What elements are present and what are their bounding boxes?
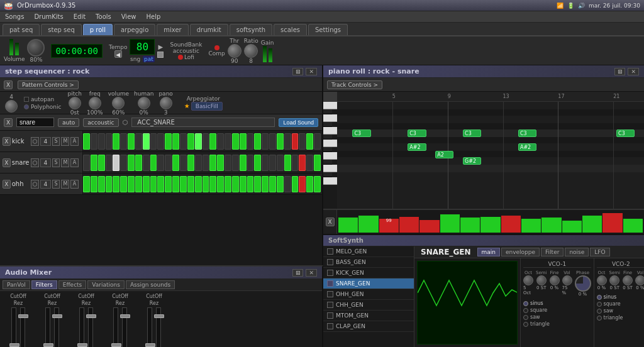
step[interactable] (106, 155, 113, 171)
autopan-check[interactable] (24, 97, 29, 102)
step[interactable] (314, 133, 321, 150)
step[interactable] (180, 133, 187, 150)
step[interactable] (269, 133, 276, 150)
instr-x-btn[interactable]: X (4, 118, 13, 127)
step[interactable] (262, 176, 269, 192)
ch1-cutoff-fader[interactable] (11, 307, 16, 347)
step[interactable] (128, 176, 135, 192)
step[interactable] (120, 133, 127, 150)
key-cs3[interactable] (323, 122, 332, 127)
step[interactable] (187, 133, 194, 150)
key-as2[interactable] (323, 147, 332, 152)
synth-item-ohh[interactable]: OHH_GEN (323, 289, 414, 300)
step[interactable] (203, 176, 209, 192)
key-bs2[interactable] (323, 135, 332, 140)
step[interactable] (113, 176, 119, 192)
step[interactable] (284, 133, 291, 150)
step[interactable] (262, 155, 269, 171)
pr-vbar[interactable] (623, 219, 643, 233)
step[interactable] (172, 155, 179, 171)
step[interactable] (180, 155, 187, 171)
step[interactable] (135, 155, 142, 171)
step[interactable] (113, 155, 119, 171)
step[interactable] (240, 176, 247, 192)
step[interactable] (232, 176, 239, 192)
thr-knob[interactable] (228, 44, 242, 58)
tempo-down-btn[interactable]: ◀ (114, 50, 122, 58)
snare-x-btn[interactable]: X (3, 158, 11, 167)
note-a2-1[interactable]: A2 (435, 151, 453, 158)
step[interactable] (187, 155, 194, 171)
key-f2[interactable] (323, 177, 337, 185)
step[interactable] (143, 155, 150, 171)
step[interactable] (232, 155, 239, 171)
step-seq-close-btn[interactable]: ✕ (306, 68, 317, 75)
vco2-sinus-radio[interactable] (597, 295, 602, 300)
human-knob[interactable] (138, 97, 150, 109)
stop-btn[interactable] (157, 52, 164, 58)
step[interactable] (247, 176, 254, 192)
ch5-cutoff-fader[interactable] (147, 307, 152, 347)
step[interactable] (217, 133, 224, 150)
step[interactable] (135, 133, 142, 150)
ch5-rez-fader[interactable] (156, 307, 161, 347)
ch2-cutoff-fader[interactable] (45, 307, 50, 347)
ch3-cutoff-handle[interactable] (77, 343, 87, 347)
step[interactable] (203, 133, 209, 150)
step[interactable] (314, 176, 321, 192)
triangle-radio[interactable] (523, 322, 528, 327)
ch1-rez-handle[interactable] (18, 314, 28, 318)
snare-solo-btn[interactable]: S (52, 158, 60, 167)
step[interactable] (172, 133, 179, 150)
mtom-check[interactable] (327, 312, 333, 319)
piano-roll-expand-btn[interactable]: ⊞ (614, 68, 626, 75)
step[interactable] (150, 155, 157, 171)
step[interactable] (277, 155, 284, 171)
kick-check[interactable] (327, 270, 333, 276)
step[interactable] (195, 155, 202, 171)
vco2-saw-radio[interactable] (597, 309, 602, 314)
ch3-rez-fader[interactable] (88, 307, 93, 347)
wave-saw[interactable]: saw (523, 314, 591, 320)
pano-knob[interactable] (160, 97, 172, 109)
step[interactable] (128, 133, 135, 150)
kick-auto-btn[interactable]: A (70, 137, 79, 146)
step[interactable] (203, 155, 209, 171)
mixer-tab-panvol[interactable]: PanVol (3, 280, 30, 289)
step[interactable] (209, 133, 216, 150)
kick-solo-btn[interactable]: S (52, 137, 60, 146)
vco1-fine-knob[interactable] (550, 275, 560, 285)
step[interactable] (150, 176, 157, 192)
step[interactable] (247, 133, 254, 150)
step[interactable] (262, 133, 269, 150)
step[interactable] (247, 155, 254, 171)
step[interactable] (120, 155, 127, 171)
snare-auto-btn[interactable]: A (70, 158, 79, 167)
ohh-check[interactable] (327, 291, 333, 297)
ch5-rez-handle[interactable] (154, 314, 164, 318)
vco2-wave-triangle[interactable]: triangle (597, 315, 644, 321)
step[interactable] (314, 155, 321, 171)
mixer-expand-btn[interactable]: ⊞ (292, 269, 304, 277)
key-b2[interactable] (323, 140, 337, 147)
step[interactable] (299, 155, 306, 171)
synth-tab-main[interactable]: main (477, 248, 501, 256)
step[interactable] (172, 176, 179, 192)
sinus-radio[interactable] (523, 301, 528, 306)
note-c3-2[interactable]: C3 (408, 129, 426, 137)
ohh-x-btn[interactable]: X (3, 180, 11, 189)
mixer-tab-variations[interactable]: Variations (87, 280, 125, 289)
pr-vbar[interactable] (541, 218, 561, 233)
step[interactable] (98, 176, 105, 192)
pr-vbar[interactable] (399, 217, 419, 233)
note-gs2-1[interactable]: G#2 (463, 157, 481, 165)
pr-vbar[interactable] (521, 219, 541, 233)
tab-settings[interactable]: Settings (308, 24, 348, 35)
snare-check[interactable] (327, 280, 333, 287)
vco2-wave-sinus[interactable]: sinus (597, 294, 644, 300)
step[interactable] (180, 176, 187, 192)
volume-seq-knob[interactable] (112, 97, 125, 109)
ch1-cutoff-handle[interactable] (9, 343, 19, 347)
vco1-phase-knob[interactable] (575, 275, 591, 292)
load-sound-btn[interactable]: Load Sound (279, 118, 318, 127)
